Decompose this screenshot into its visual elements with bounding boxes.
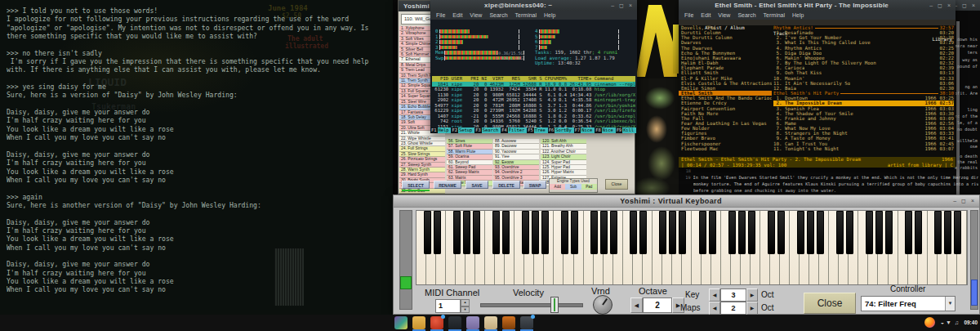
maps-increment-icon[interactable]: ▶ xyxy=(746,302,758,315)
piano-black-key[interactable] xyxy=(954,211,961,254)
maps-value[interactable]: 2 xyxy=(720,302,746,315)
piano-black-key[interactable] xyxy=(728,211,736,254)
artist-row[interactable]: Elvis Costello & The Attractions xyxy=(679,81,772,86)
htop-table-header[interactable]: PID USER PRI NI VIRT RES SHR S CPU%MEM% … xyxy=(432,76,635,82)
menu-item-terminal[interactable]: Terminal xyxy=(515,12,537,18)
piano-black-key[interactable] xyxy=(532,211,539,254)
piano-black-key[interactable] xyxy=(639,211,647,254)
piano-black-key[interactable] xyxy=(630,211,637,254)
key-decrement-icon[interactable]: ◀ xyxy=(709,289,720,302)
piano-black-key[interactable] xyxy=(492,211,500,254)
maximize-icon[interactable]: ◻ xyxy=(938,2,942,9)
maximize-icon[interactable]: ◻ xyxy=(619,2,624,9)
piano-keyboard[interactable] xyxy=(416,210,968,285)
shield-icon[interactable]: ◒ xyxy=(941,320,944,325)
pitch-wheel-thumb[interactable] xyxy=(400,276,412,289)
minimize-icon[interactable]: – xyxy=(611,2,614,9)
piano-black-key[interactable] xyxy=(866,211,873,254)
cmus-player-window[interactable]: Ethel Smith - Ethel Smith's Hit Party - … xyxy=(679,0,956,168)
octave-decrement-icon[interactable]: ◀ xyxy=(630,297,643,313)
key-value[interactable]: 3 xyxy=(720,289,746,302)
vrnd-knob[interactable] xyxy=(593,295,612,315)
piano-black-key[interactable] xyxy=(463,211,470,254)
piano-black-key[interactable] xyxy=(571,211,578,254)
piano-black-key[interactable] xyxy=(738,211,746,254)
virtual-keyboard-titlebar[interactable]: Yoshimi : Virtual Keyboard – ◻ × xyxy=(394,195,979,208)
track-row[interactable]: 11. Tonight's the Night196603:07 xyxy=(773,146,954,151)
artist-row[interactable]: Fleetwood Mac xyxy=(679,146,772,151)
menu-item-view[interactable]: View xyxy=(470,12,482,18)
bank-delete-button[interactable]: DELETE xyxy=(492,181,520,189)
maps-decrement-icon[interactable]: ◀ xyxy=(709,302,720,315)
fkey-f2[interactable]: F2Setup xyxy=(451,127,474,133)
fkey-f1[interactable]: F1Help xyxy=(430,127,451,133)
piano-black-key[interactable] xyxy=(610,211,617,254)
bank-swap-button[interactable]: SWAP xyxy=(523,181,546,189)
fkey-f5[interactable]: F5Tree xyxy=(527,127,547,133)
piano-black-key[interactable] xyxy=(915,211,922,254)
fkey-f10[interactable]: F10Quit xyxy=(636,127,637,133)
piano-black-key[interactable] xyxy=(748,211,755,254)
piano-black-key[interactable] xyxy=(679,211,686,254)
minimize-icon[interactable]: – xyxy=(929,2,933,9)
piano-black-key[interactable] xyxy=(905,211,912,254)
piano-black-key[interactable] xyxy=(453,211,461,254)
taskbar-clock[interactable]: 09:40 xyxy=(964,320,978,325)
chat-terminal-window[interactable]: June 1984 $2.50 The adult illustrated LI… xyxy=(0,0,393,315)
controller-dropdown[interactable]: 74: Filter Freq ▾ xyxy=(861,296,956,311)
piano-black-key[interactable] xyxy=(777,211,785,254)
menu-item-edit[interactable]: Edit xyxy=(701,12,710,18)
velocity-slider[interactable] xyxy=(480,303,583,307)
close-icon[interactable]: × xyxy=(947,2,951,9)
browser-icon[interactable] xyxy=(924,317,935,328)
modulation-slider[interactable] xyxy=(970,210,978,310)
piano-black-key[interactable] xyxy=(424,211,431,254)
keyboard-close-button[interactable]: Close xyxy=(804,293,856,314)
menu-item-file[interactable]: File xyxy=(436,12,445,18)
maximize-icon[interactable]: ◻ xyxy=(962,2,967,9)
piano-black-key[interactable] xyxy=(846,211,853,254)
file-manager-icon[interactable] xyxy=(412,316,425,329)
piano-black-key[interactable] xyxy=(709,211,716,254)
fkey-f9[interactable]: F9Kill xyxy=(616,127,636,133)
piano-black-key[interactable] xyxy=(885,211,893,254)
midi-channel-spinner[interactable]: 1 ▲ ▼ xyxy=(435,299,470,313)
midi-channel-value[interactable]: 1 xyxy=(435,299,461,313)
piano-black-key[interactable] xyxy=(541,211,549,254)
key-increment-icon[interactable]: ▶ xyxy=(746,289,758,302)
piano-black-key[interactable] xyxy=(502,211,510,254)
menu-icon[interactable] xyxy=(394,316,408,329)
cmus-titlebar[interactable]: Ethel Smith - Ethel Smith's Hit Party - … xyxy=(679,0,956,11)
piano-black-key[interactable] xyxy=(797,211,804,254)
piano-black-key[interactable] xyxy=(934,211,942,254)
menu-item-search[interactable]: Search xyxy=(737,12,755,18)
notes-app-icon[interactable] xyxy=(448,316,461,329)
piano-black-key[interactable] xyxy=(473,211,480,254)
piano-black-key[interactable] xyxy=(875,211,883,254)
settings-app-icon[interactable] xyxy=(520,316,533,329)
bank-rename-button[interactable]: RENAME xyxy=(434,181,461,189)
octave-value[interactable]: 2 xyxy=(643,297,672,313)
fkey-f3[interactable]: F3Search xyxy=(474,127,501,133)
piano-black-key[interactable] xyxy=(522,211,529,254)
menu-item-help[interactable]: Help xyxy=(544,12,555,18)
documents-app-icon[interactable] xyxy=(484,316,497,329)
velocity-slider-handle[interactable] xyxy=(550,297,559,313)
menu-item-view[interactable]: View xyxy=(718,12,730,18)
close-icon[interactable]: × xyxy=(972,2,975,9)
htop-terminal-window[interactable]: xipe@binnless040: ~ – ◻ × FileEditViewSe… xyxy=(430,0,637,133)
piano-black-key[interactable] xyxy=(817,211,824,254)
close-icon[interactable]: × xyxy=(971,198,974,204)
pitch-wheel-slider[interactable] xyxy=(399,210,412,310)
fkey-f8[interactable]: F8Nice + xyxy=(595,127,615,133)
retro-game-icon[interactable] xyxy=(502,316,515,329)
piano-black-key[interactable] xyxy=(699,211,706,254)
minimize-icon[interactable]: – xyxy=(953,198,956,204)
htop-titlebar[interactable]: xipe@binnless040: ~ – ◻ × xyxy=(430,0,637,11)
menu-item-search[interactable]: Search xyxy=(489,12,507,18)
piano-black-key[interactable] xyxy=(434,211,441,254)
menu-item-help[interactable]: Help xyxy=(792,12,804,18)
fkey-f7[interactable]: F7Nice - xyxy=(574,127,595,133)
piano-black-key[interactable] xyxy=(600,211,608,254)
close-icon[interactable]: × xyxy=(629,2,632,9)
